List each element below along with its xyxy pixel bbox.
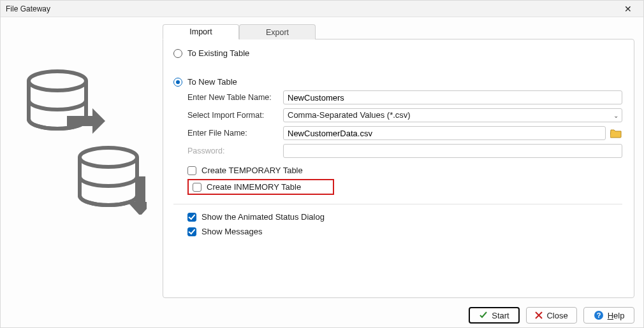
checkbox-label: Show the Animated Status Dialog xyxy=(201,212,325,222)
highlight-create-inmemory: Create INMEMORY Table xyxy=(187,179,334,195)
row-new-table-name: Enter New Table Name: xyxy=(187,90,622,104)
row-file-name: Enter File Name: xyxy=(187,126,622,140)
label-password: Password: xyxy=(187,146,283,155)
content-column: Import Export To Existing Table To New T… xyxy=(163,24,634,298)
check-icon xyxy=(479,311,488,320)
checkbox-icon xyxy=(187,213,196,222)
help-icon: ? xyxy=(594,310,604,320)
radio-new-table[interactable]: To New Table xyxy=(173,77,622,87)
close-icon xyxy=(535,311,543,319)
radio-icon xyxy=(173,49,182,58)
import-illustration xyxy=(10,24,156,298)
label-new-table-name: Enter New Table Name: xyxy=(187,93,283,102)
tab-import[interactable]: Import xyxy=(163,24,239,39)
import-panel: To Existing Table To New Table Enter New… xyxy=(163,39,634,298)
tab-strip: Import Export xyxy=(163,24,634,39)
row-password: Password: xyxy=(187,144,622,158)
checkbox-show-animated[interactable]: Show the Animated Status Dialog xyxy=(187,212,622,222)
checkbox-label: Show Messages xyxy=(201,227,262,236)
radio-label: To New Table xyxy=(187,77,237,87)
checkbox-show-messages[interactable]: Show Messages xyxy=(187,227,622,236)
label-import-format: Select Import Format: xyxy=(187,111,283,120)
close-button[interactable]: Close xyxy=(526,307,577,324)
checkbox-label: Create INMEMORY Table xyxy=(207,182,301,192)
input-password[interactable] xyxy=(283,144,622,158)
select-import-format[interactable]: Comma-Separated Values (*.csv) ⌄ xyxy=(283,108,622,122)
checkbox-label: Create TEMPORARY Table xyxy=(201,166,303,175)
start-button[interactable]: Start xyxy=(469,307,520,324)
radio-label: To Existing Table xyxy=(187,48,249,58)
checkbox-icon xyxy=(187,227,196,236)
dialog-body: Import Export To Existing Table To New T… xyxy=(1,17,643,303)
window-title: File Gateway xyxy=(6,4,615,13)
separator xyxy=(173,204,622,204)
radio-icon xyxy=(173,78,182,87)
browse-file-icon[interactable] xyxy=(610,127,622,139)
radio-existing-table[interactable]: To Existing Table xyxy=(173,48,622,58)
input-new-table-name[interactable] xyxy=(283,90,622,104)
svg-point-0 xyxy=(29,71,86,90)
svg-point-1 xyxy=(80,148,137,167)
title-bar: File Gateway ✕ xyxy=(1,1,643,17)
checkbox-create-inmemory[interactable]: Create INMEMORY Table xyxy=(193,182,301,192)
svg-text:?: ? xyxy=(596,311,601,319)
checkbox-icon xyxy=(187,166,196,175)
row-import-format: Select Import Format: Comma-Separated Va… xyxy=(187,108,622,122)
checkbox-create-temporary[interactable]: Create TEMPORARY Table xyxy=(187,166,622,175)
checkbox-icon xyxy=(193,183,201,192)
help-button[interactable]: ? Help xyxy=(583,307,634,324)
window-close-button[interactable]: ✕ xyxy=(615,1,641,17)
input-file-name[interactable] xyxy=(283,126,606,140)
tab-export[interactable]: Export xyxy=(239,24,316,39)
dialog-footer: Start Close ? Help xyxy=(1,303,643,327)
label-file-name: Enter File Name: xyxy=(187,129,283,138)
